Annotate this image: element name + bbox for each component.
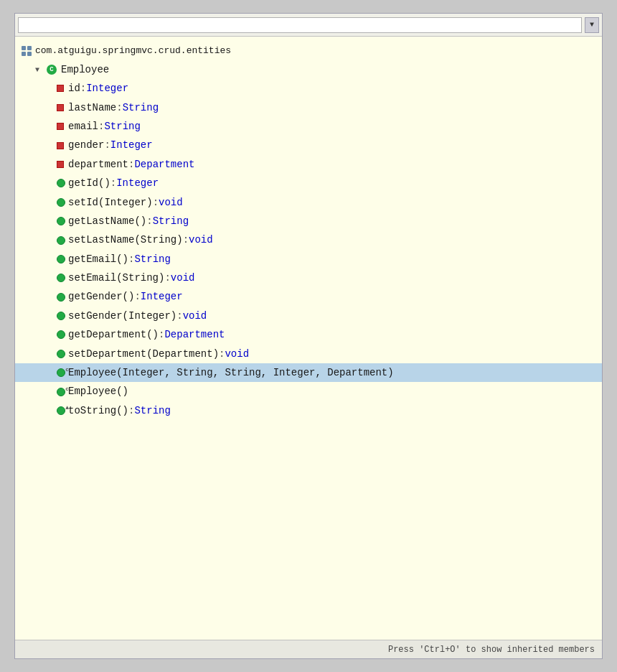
tree-content: com.atguigu.springmvc.crud.entities ▼ C … [15,37,602,640]
dropdown-button[interactable]: ▼ [585,17,599,33]
method-icon [57,350,65,358]
method-icon [57,255,65,263]
method-icon [57,217,65,225]
list-item[interactable]: setEmail(String) : void [15,269,602,287]
outline-panel: ▼ com.atguigu.springmvc.crud.entities ▼ … [14,13,603,659]
package-icon [21,45,32,57]
search-wrapper[interactable] [18,17,582,33]
field-icon [57,142,64,149]
tostring-icon: ▲ [57,406,65,415]
list-item[interactable]: getEmail() : String [15,250,602,269]
package-item[interactable]: com.atguigu.springmvc.crud.entities [15,42,602,60]
method-icon [57,293,65,302]
bottom-bar-text: Press 'Ctrl+O' to show inherited members [388,645,595,655]
list-item[interactable]: c Employee() [15,382,602,401]
method-icon [57,179,65,187]
list-item[interactable]: setDepartment(Department) : void [15,345,602,363]
search-input[interactable] [22,19,578,30]
bottom-bar: Press 'Ctrl+O' to show inherited members [15,640,602,658]
class-icon: C [47,65,57,75]
method-icon [57,330,65,339]
list-item[interactable]: getId() : Integer [15,174,602,192]
list-item[interactable]: email : String [15,117,602,136]
chevron-down-icon: ▼ [590,21,594,29]
list-item[interactable]: getLastName() : String [15,212,602,230]
constructor-icon: c [57,388,65,396]
constructor-icon: c [57,368,65,377]
field-icon [57,161,64,168]
method-icon [57,198,65,207]
list-item[interactable]: setId(Integer) : void [15,193,602,212]
method-icon [57,274,65,282]
method-icon [57,312,65,320]
list-item[interactable]: setGender(Integer) : void [15,307,602,325]
expand-arrow-icon: ▼ [35,65,45,75]
list-item[interactable]: ▲ toString() : String [15,401,602,420]
list-item[interactable]: department : Department [15,155,602,174]
list-item[interactable]: c Employee(Integer, String, String, Inte… [15,363,602,382]
list-item[interactable]: gender : Integer [15,136,602,154]
field-icon [57,85,64,92]
method-icon [57,236,65,245]
field-icon [57,123,64,130]
class-item[interactable]: ▼ C Employee [15,60,602,79]
list-item[interactable]: getDepartment() : Department [15,325,602,344]
list-item[interactable]: id : Integer [15,79,602,98]
field-icon [57,104,64,111]
package-text: com.atguigu.springmvc.crud.entities [35,44,231,59]
list-item[interactable]: lastName : String [15,98,602,117]
class-name: Employee [61,62,109,78]
list-item[interactable]: setLastName(String) : void [15,230,602,249]
toolbar: ▼ [15,14,602,37]
list-item[interactable]: getGender() : Integer [15,287,602,306]
